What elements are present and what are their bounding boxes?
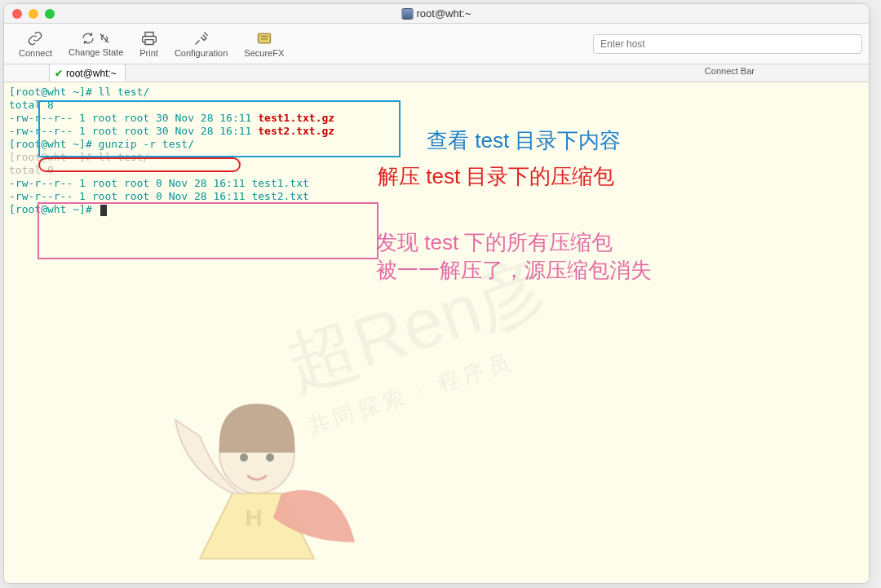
securefx-icon: [256, 30, 272, 46]
tab-label: root@wht:~: [66, 68, 117, 79]
annotation-text-red: 解压 test 目录下的压缩包: [378, 162, 614, 191]
connect-button[interactable]: Connect: [11, 29, 60, 60]
window-controls: [12, 9, 55, 19]
configuration-button[interactable]: Configuration: [166, 29, 236, 60]
annotation-text-pink: 发现 test 下的所有压缩包 被一一解压了，源压缩包消失: [376, 228, 652, 284]
minimize-button[interactable]: [29, 9, 38, 19]
app-window: root@wht:~ Connect Change State Print Co…: [3, 3, 870, 584]
disconnect-icon: [97, 31, 112, 46]
annotation-box-red: [38, 157, 241, 172]
tab-spacer: [4, 64, 50, 82]
link-icon: [27, 30, 43, 46]
session-tab[interactable]: ✔ root@wht:~: [49, 64, 126, 82]
annotation-box-blue: [38, 100, 401, 157]
print-button[interactable]: Print: [131, 29, 166, 60]
tools-icon: [193, 30, 210, 46]
securefx-button[interactable]: SecureFX: [236, 29, 292, 60]
terminal-icon: [401, 8, 413, 20]
toolbar: Connect Change State Print Configuration…: [4, 24, 869, 64]
connected-check-icon: ✔: [55, 68, 63, 79]
change-state-button[interactable]: Change State: [60, 29, 131, 59]
titlebar: root@wht:~: [4, 4, 869, 24]
window-title-text: root@wht:~: [416, 7, 471, 20]
printer-icon: [141, 30, 157, 46]
zoom-button[interactable]: [45, 9, 55, 19]
annotation-box-pink: [38, 202, 379, 259]
host-input[interactable]: [593, 34, 862, 54]
term-line: [root@wht ~]# ll test/: [9, 86, 864, 99]
annotation-text-blue: 查看 test 目录下内容: [427, 126, 621, 155]
term-line: -rw-r--r-- 1 root root 0 Nov 28 16:11 te…: [9, 190, 864, 203]
window-title: root@wht:~: [401, 7, 471, 20]
reconnect-icon: [81, 31, 95, 46]
connect-bar-label: Connect Bar: [599, 66, 755, 76]
close-button[interactable]: [12, 9, 22, 19]
svg-rect-0: [258, 33, 270, 43]
